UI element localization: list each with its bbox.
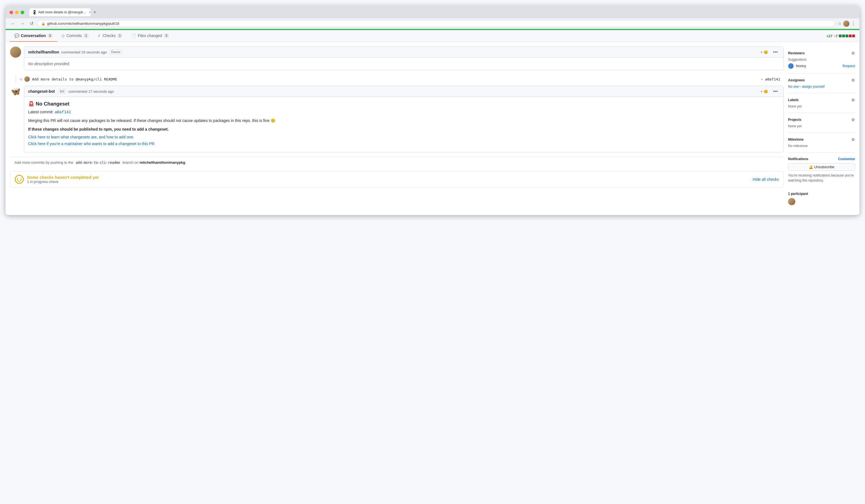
avatar-mitchellhamilton	[10, 47, 21, 58]
github-page: 💬 Conversation 1 ◇ Commits 1 ✓ Checks 1 …	[5, 29, 860, 215]
tab-close-button[interactable]: ✕	[89, 11, 91, 14]
additions-count: +27	[826, 34, 832, 38]
tab-conversation[interactable]: 💬 Conversation 1	[10, 30, 57, 42]
sidebar-labels: Labels ⚙ None yet	[788, 93, 855, 113]
new-tab-button[interactable]: +	[92, 10, 97, 15]
browser-toolbar: ← → ↺ 🔒 github.com/mitchellhamilton/many…	[5, 19, 860, 29]
pr-sidebar: Reviewers ⚙ Suggestions Noviny Request	[788, 47, 855, 211]
comment-time-1: commented 19 seconds ago	[61, 50, 107, 54]
pr-content: mitchellhamilton commented 19 seconds ag…	[10, 47, 788, 211]
changeset-learn-link[interactable]: Click here to learn what changesets are,…	[28, 135, 780, 139]
sidebar-reviewers: Reviewers ⚙ Suggestions Noviny Request	[788, 47, 855, 73]
conversation-tab-label: Conversation	[21, 33, 46, 38]
sidebar-labels-title: Labels ⚙	[788, 98, 855, 102]
tab-files-changed[interactable]: 📄 Files changed 3	[127, 30, 173, 42]
user-avatar[interactable]	[843, 21, 850, 27]
changeset-important: If these changes should be published to …	[28, 127, 780, 131]
sidebar-participants: 1 participant	[788, 187, 855, 211]
labels-label: Labels	[788, 98, 799, 102]
avatar-image	[10, 47, 21, 58]
comment-body-2: 🚨 No Changeset Latest commit: a0af141 Me…	[24, 97, 783, 152]
comment-more-button-2[interactable]: •••	[771, 88, 780, 94]
sidebar-milestone: Milestone ⚙ No milestone	[788, 133, 855, 153]
tab-bar: Add more details to @manypk… ✕ +	[29, 8, 855, 16]
sidebar-assignees-title: Assignees ⚙	[788, 78, 855, 82]
sidebar-projects-title: Projects ⚙	[788, 117, 855, 122]
comment-thread-2: 🦋 changeset-bot bot commented 17 seconds…	[10, 86, 784, 152]
participants-title: 1 participant	[788, 192, 855, 196]
comment-wrapper-2: 🦋 changeset-bot bot commented 17 seconds…	[10, 86, 784, 152]
tab-checks[interactable]: ✓ Checks 1	[93, 30, 127, 42]
tab-favicon	[33, 10, 36, 14]
bot-badge: bot	[58, 89, 66, 94]
sidebar-assignees: Assignees ⚙ No one—assign yourself	[788, 73, 855, 93]
checks-subtitle: 1 in progress check	[27, 179, 99, 184]
close-button[interactable]	[10, 11, 13, 14]
push-repo: mitchellhamilton/manypkg	[140, 160, 185, 165]
comment-time-2: commented 17 seconds ago	[68, 90, 114, 94]
sidebar-notifications-title: Notifications Customize	[788, 157, 855, 161]
tab-commits[interactable]: ◇ Commits 1	[57, 30, 93, 42]
request-review-link[interactable]: Request	[842, 64, 855, 68]
unsubscribe-button[interactable]: 🔔 Unsubscribe	[788, 163, 855, 171]
comment-more-button-1[interactable]: •••	[771, 49, 780, 55]
comment-wrapper-1: mitchellhamilton commented 19 seconds ag…	[10, 47, 784, 70]
milestone-gear-button[interactable]: ⚙	[851, 137, 855, 142]
push-info: Add more commits by pushing to the add-m…	[10, 157, 784, 168]
commits-tab-count: 1	[83, 33, 89, 38]
labels-gear-button[interactable]: ⚙	[851, 98, 855, 102]
deletions-count: −7	[833, 34, 838, 38]
files-icon: 📄	[131, 33, 136, 38]
comment-actions-2: + 😊 •••	[759, 88, 780, 94]
diff-bar	[839, 35, 855, 37]
reviewers-gear-button[interactable]: ⚙	[851, 51, 855, 56]
latest-commit-link[interactable]: a0af141	[55, 110, 71, 114]
assign-yourself-link[interactable]: No one—assign yourself	[788, 85, 824, 89]
hide-all-checks-button[interactable]: Hide all checks	[753, 177, 779, 181]
projects-value: None yet	[788, 124, 855, 128]
diff-block-add-2	[842, 35, 845, 37]
participant-avatar-1	[788, 198, 795, 205]
address-bar[interactable]: 🔒 github.com/mitchellhamilton/manypkg/pu…	[37, 20, 835, 27]
conversation-tab-count: 1	[47, 33, 53, 38]
add-reaction-button-2[interactable]: + 😊	[759, 89, 770, 94]
comment-box-1: mitchellhamilton commented 19 seconds ag…	[24, 47, 784, 70]
reload-button[interactable]: ↺	[28, 20, 35, 27]
reviewer-avatar	[788, 63, 794, 69]
checks-text: Some checks haven't completed yet 1 in p…	[27, 175, 99, 184]
sidebar-projects: Projects ⚙ None yet	[788, 113, 855, 133]
toolbar-right: ☆ ⋮	[838, 21, 855, 27]
changeset-maintainer-link[interactable]: Click here if you're a maintainer who wa…	[28, 141, 780, 146]
customize-link[interactable]: Customize	[838, 157, 855, 161]
push-info-prefix: Add more commits by pushing to the	[14, 160, 73, 165]
comment-thread-1: mitchellhamilton commented 19 seconds ag…	[10, 47, 784, 70]
comment-body-text-1: No description provided.	[28, 61, 70, 66]
diff-block-del-2	[852, 35, 855, 37]
more-options-button[interactable]: ⋮	[851, 21, 855, 26]
bookmark-button[interactable]: ☆	[838, 21, 842, 26]
push-info-suffix: branch on	[122, 160, 138, 165]
add-reaction-button-1[interactable]: + 😊	[759, 49, 770, 55]
latest-commit-label: Latest commit:	[28, 110, 54, 114]
url-text: github.com/mitchellhamilton/manypkg/pull…	[47, 21, 119, 26]
push-branch: add-more-to-cli-readme	[74, 160, 122, 165]
pr-main: mitchellhamilton commented 19 seconds ag…	[5, 42, 860, 215]
commits-tab-label: Commits	[66, 33, 82, 38]
sidebar-notifications: Notifications Customize 🔔 Unsubscribe Yo…	[788, 153, 855, 187]
checks-icon: ✓	[97, 33, 101, 38]
browser-tab[interactable]: Add more details to @manypk… ✕	[29, 8, 91, 16]
browser-titlebar: Add more details to @manypk… ✕ +	[5, 5, 860, 19]
projects-gear-button[interactable]: ⚙	[851, 117, 855, 122]
lock-icon: 🔒	[41, 22, 45, 26]
labels-value: None yet	[788, 104, 855, 108]
minimize-button[interactable]	[15, 11, 19, 14]
commit-avatar-image	[24, 76, 30, 82]
checks-section: Some checks haven't completed yet 1 in p…	[10, 171, 784, 187]
assignees-gear-button[interactable]: ⚙	[851, 78, 855, 82]
back-button[interactable]: ←	[10, 21, 17, 27]
maximize-button[interactable]	[21, 11, 24, 14]
diff-block-del-1	[849, 35, 852, 37]
assignees-label: Assignees	[788, 78, 805, 82]
files-tab-count: 3	[164, 33, 169, 38]
forward-button[interactable]: →	[19, 21, 26, 27]
